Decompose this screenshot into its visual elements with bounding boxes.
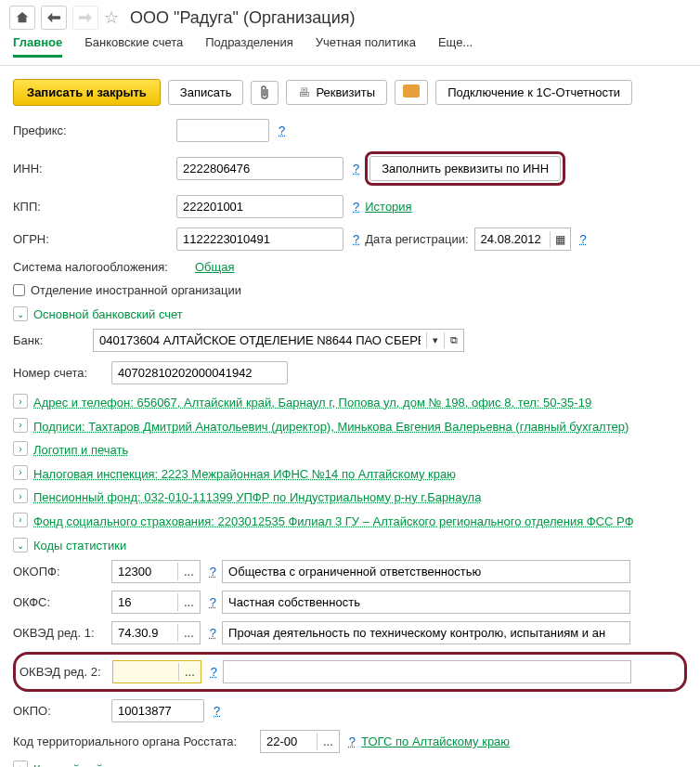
save-close-button[interactable]: Записать и закрыть — [13, 79, 161, 106]
reg-date-input[interactable] — [475, 228, 550, 250]
okved1-input[interactable] — [112, 622, 177, 644]
arrow-right-icon — [79, 12, 92, 23]
okpo-label: ОКПО: — [13, 704, 106, 718]
okopf-label: ОКОПФ: — [13, 565, 106, 578]
okved2-highlight: ОКВЭД ред. 2: ... ? — [13, 652, 687, 692]
okfs-help[interactable]: ? — [210, 595, 216, 609]
okopf-wrapper: ... — [111, 560, 201, 583]
ogrn-input[interactable] — [176, 228, 344, 251]
history-link[interactable]: История — [365, 200, 411, 214]
mail-button[interactable] — [395, 80, 428, 105]
okfs-select-icon[interactable]: ... — [177, 593, 200, 611]
social-section[interactable]: Фонд социального страхования: 2203012535… — [33, 513, 634, 531]
address-section[interactable]: Адрес и телефон: 656067, Алтайский край,… — [33, 394, 591, 412]
rosstat-input[interactable] — [261, 731, 317, 752]
taxpayer-section[interactable]: Крупнейший налогоплательщик: нет — [33, 760, 237, 767]
chevron-down-icon: ⌄ — [13, 306, 28, 321]
printer-icon: 🖶 — [298, 85, 310, 99]
expand-icon[interactable]: › — [13, 465, 28, 480]
account-label: Номер счета: — [13, 366, 106, 380]
foreign-checkbox[interactable] — [13, 284, 25, 296]
bank-open-icon[interactable]: ⧉ — [444, 332, 463, 348]
bank-label: Банк: — [13, 333, 87, 347]
inn-input[interactable] — [176, 157, 344, 180]
bank-input-wrapper: ▾ ⧉ — [93, 329, 464, 352]
bank-dropdown-icon[interactable]: ▾ — [426, 332, 444, 348]
rosstat-label: Код территориального органа Росстата: — [13, 734, 254, 748]
calendar-icon[interactable]: ▦ — [550, 231, 570, 248]
forward-button[interactable] — [72, 6, 98, 30]
rosstat-select-icon[interactable]: ... — [317, 733, 339, 750]
logo-section[interactable]: Логотип и печать — [33, 441, 128, 460]
details-button[interactable]: 🖶 Реквизиты — [286, 80, 387, 105]
fill-inn-button[interactable]: Заполнить реквизиты по ИНН — [369, 156, 561, 181]
signatures-section[interactable]: Подписи: Тахтаров Дмитрий Анатольевич (д… — [33, 418, 629, 436]
kpp-help[interactable]: ? — [353, 200, 359, 214]
mail-icon — [403, 84, 420, 98]
tax-office-section[interactable]: Налоговая инспекция: 2223 Межрайонная ИФ… — [33, 465, 456, 484]
okved1-desc[interactable] — [222, 621, 630, 644]
kpp-label: КПП: — [13, 200, 171, 214]
expand-icon[interactable]: › — [13, 441, 28, 456]
prefix-input[interactable] — [176, 119, 269, 142]
attach-button[interactable] — [251, 81, 279, 105]
okved2-help[interactable]: ? — [211, 665, 217, 679]
tax-label: Система налогообложения: — [13, 260, 189, 274]
okopf-help[interactable]: ? — [210, 565, 216, 578]
bank-input[interactable] — [94, 330, 426, 351]
tax-link[interactable]: Общая — [195, 260, 235, 274]
arrow-left-icon — [47, 12, 60, 23]
okved1-help[interactable]: ? — [210, 626, 216, 640]
bank-section-header[interactable]: ⌄ Основной банковский счет — [13, 306, 687, 321]
stats-section-header[interactable]: ⌄ Коды статистики — [13, 538, 687, 552]
home-icon — [16, 11, 29, 24]
tabs: Главное Банковские счета Подразделения У… — [0, 35, 700, 66]
kpp-input[interactable] — [176, 195, 344, 218]
pension-section[interactable]: Пенсионный фонд: 032-010-111399 УПФР по … — [33, 488, 481, 507]
expand-icon[interactable]: › — [13, 418, 28, 433]
tab-more[interactable]: Еще... — [438, 35, 473, 58]
okopf-select-icon[interactable]: ... — [177, 563, 200, 580]
expand-icon[interactable]: › — [13, 760, 28, 767]
okpo-help[interactable]: ? — [214, 704, 220, 718]
rosstat-wrapper: ... — [260, 730, 340, 753]
account-input[interactable] — [111, 361, 288, 384]
reg-date-box: ▦ — [474, 228, 571, 251]
save-button[interactable]: Записать — [168, 80, 244, 105]
back-button[interactable] — [41, 6, 67, 30]
details-label: Реквизиты — [316, 85, 375, 99]
okopf-desc[interactable] — [222, 560, 630, 583]
tab-bank[interactable]: Банковские счета — [84, 35, 183, 58]
okved1-select-icon[interactable]: ... — [177, 624, 200, 642]
okfs-input[interactable] — [112, 592, 177, 613]
okved2-select-icon[interactable]: ... — [178, 663, 201, 681]
okved1-label: ОКВЭД ред. 1: — [13, 626, 106, 640]
okfs-desc[interactable] — [222, 591, 630, 614]
okved2-desc[interactable] — [223, 660, 631, 683]
prefix-help[interactable]: ? — [279, 124, 285, 137]
connect-button[interactable]: Подключение к 1С-Отчетности — [435, 80, 632, 105]
rosstat-help[interactable]: ? — [349, 734, 356, 748]
okved2-wrapper: ... — [112, 660, 201, 683]
tab-departments[interactable]: Подразделения — [205, 35, 293, 58]
togs-link[interactable]: ТОГС по Алтайскому краю — [361, 734, 510, 748]
reg-date-label: Дата регистрации: — [365, 232, 468, 246]
tab-main[interactable]: Главное — [13, 35, 62, 58]
paperclip-icon — [259, 85, 270, 100]
expand-icon[interactable]: › — [13, 488, 28, 503]
inn-label: ИНН: — [13, 162, 171, 176]
expand-icon[interactable]: › — [13, 394, 28, 409]
okved2-label: ОКВЭД ред. 2: — [19, 665, 107, 679]
reg-date-help[interactable]: ? — [580, 232, 587, 246]
prefix-label: Префикс: — [13, 124, 171, 137]
home-button[interactable] — [9, 6, 35, 30]
chevron-down-icon: ⌄ — [13, 538, 28, 552]
tab-policy[interactable]: Учетная политика — [316, 35, 416, 58]
inn-help[interactable]: ? — [353, 162, 359, 176]
okpo-input[interactable] — [111, 699, 204, 722]
okopf-input[interactable] — [112, 561, 177, 582]
star-icon[interactable]: ☆ — [104, 7, 119, 28]
expand-icon[interactable]: › — [13, 513, 28, 527]
ogrn-help[interactable]: ? — [353, 232, 359, 246]
okved2-input[interactable] — [113, 661, 178, 682]
